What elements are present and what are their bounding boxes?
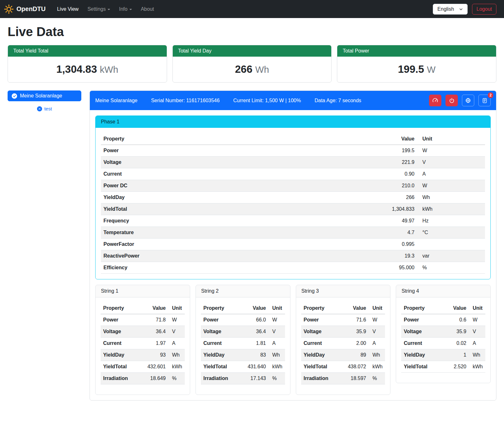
property-cell: YieldDay — [301, 349, 345, 361]
property-cell: Irradiation — [301, 373, 345, 384]
string-table: Property Value Unit — [301, 302, 385, 384]
column-header-property: Property — [301, 302, 345, 314]
summary-card-body: 266Wh — [173, 57, 332, 82]
table-row: Power 66.0 W — [201, 314, 285, 326]
unit-cell: Hz — [417, 215, 485, 227]
unit-cell: A — [369, 338, 385, 349]
chevron-down-icon — [459, 7, 463, 11]
nav-item-live-view[interactable]: Live View — [53, 4, 83, 15]
value-cell: 71.8 — [145, 314, 168, 326]
column-header-value: Value — [245, 302, 269, 314]
brand-link[interactable]: OpenDTU — [4, 4, 46, 14]
property-cell: YieldDay — [101, 192, 379, 203]
value-cell: 93 — [145, 349, 168, 361]
unit-cell: V — [269, 326, 285, 338]
column-header-property: Property — [401, 302, 446, 314]
language-select[interactable]: English — [433, 4, 468, 15]
table-row: Current 0.90 A — [101, 168, 485, 180]
table-row: Power 71.8 W — [101, 314, 185, 326]
table-row: YieldTotal 431.640 kWh — [201, 361, 285, 373]
inverter-limit: Current Limit: 1,500 W | 100% — [233, 98, 301, 103]
unit-cell: A — [269, 338, 285, 349]
unit-cell: kWh — [417, 203, 485, 215]
event-log-button[interactable]: 2 — [478, 95, 491, 106]
unit-cell: kWh — [269, 361, 285, 373]
sidebar-item-test[interactable]: test — [8, 106, 81, 111]
value-cell: 438.072 — [345, 361, 369, 373]
property-cell: Current — [101, 338, 145, 349]
chevron-down-icon — [108, 9, 110, 10]
brand-label: OpenDTU — [16, 5, 46, 13]
unit-cell: A — [168, 338, 185, 349]
value-cell: 4.7 — [379, 227, 417, 239]
event-log-icon — [482, 98, 488, 103]
language-value: English — [438, 6, 454, 12]
table-row: Current 0.02 A — [401, 338, 485, 349]
sun-icon — [4, 4, 14, 14]
property-cell: YieldDay — [401, 349, 446, 361]
property-cell: Voltage — [101, 326, 145, 338]
column-header-property: Property — [101, 133, 379, 145]
value-cell: 431.640 — [245, 361, 269, 373]
value-cell: 49.97 — [379, 215, 417, 227]
table-row: YieldDay 83 Wh — [201, 349, 285, 361]
table-row: YieldTotal 432.601 kWh — [101, 361, 185, 373]
summary-card-title: Total Power — [337, 45, 496, 57]
table-row: Frequency 49.97 Hz — [101, 215, 485, 227]
nav-item-settings[interactable]: Settings — [83, 4, 115, 15]
logout-button[interactable]: Logout — [472, 4, 496, 15]
string-title: String 3 — [296, 285, 390, 297]
property-cell: Power — [301, 314, 345, 326]
power-toggle-button[interactable] — [445, 95, 458, 106]
table-row: YieldDay 89 Wh — [301, 349, 385, 361]
string-card-2: String 2 Property Value Unit — [196, 285, 290, 395]
property-cell: Frequency — [101, 215, 379, 227]
table-row: ReactivePower 19.3 var — [101, 250, 485, 262]
sidebar-item-meine-solaranlage[interactable]: Meine Solaranlage — [8, 90, 81, 101]
limit-gauge-icon — [432, 97, 438, 103]
unit-cell: % — [168, 373, 185, 384]
value-cell: 35.9 — [446, 326, 469, 338]
value-cell: 66.0 — [245, 314, 269, 326]
summary-card-total-power: Total Power 199.5W — [337, 45, 496, 83]
value-cell: 89 — [345, 349, 369, 361]
nav-item-label: Settings — [87, 6, 106, 12]
property-cell: Power — [101, 314, 145, 326]
table-row: Irradiation 17.143 % — [201, 373, 285, 384]
phase-body: Property Value Unit Power — [96, 128, 490, 279]
nav-item-info[interactable]: Info — [115, 4, 136, 15]
table-row: YieldTotal 438.072 kWh — [301, 361, 385, 373]
unit-cell: V — [168, 326, 185, 338]
column-header-unit: Unit — [168, 302, 185, 314]
table-row: PowerFactor 0.995 — [101, 239, 485, 250]
table-row: Power DC 210.0 W — [101, 180, 485, 192]
unit-cell: kWh — [469, 361, 485, 373]
limit-settings-button[interactable] — [429, 95, 441, 106]
column-header-unit: Unit — [369, 302, 385, 314]
nav-item-about[interactable]: About — [136, 4, 159, 15]
property-cell: Current — [301, 338, 345, 349]
unit-cell: Wh — [369, 349, 385, 361]
value-cell: 1,304.833 — [379, 203, 417, 215]
summary-card-title: Total Yield Total — [8, 45, 167, 57]
summary-unit: Wh — [255, 65, 269, 75]
property-cell: YieldTotal — [201, 361, 245, 373]
page: OpenDTU Live View Settings Info About En… — [0, 0, 504, 430]
unit-cell: V — [369, 326, 385, 338]
unit-cell: °C — [417, 227, 485, 239]
inverter-panel-body: Phase 1 Property Value Unit — [90, 110, 496, 400]
device-info-button[interactable] — [462, 95, 474, 106]
inverter-data-age: Data Age: 7 seconds — [314, 98, 361, 103]
column-header-unit: Unit — [417, 133, 485, 145]
table-header-row: Property Value Unit — [401, 302, 485, 314]
table-row: Current 2.00 A — [301, 338, 385, 349]
table-row: Voltage 35.9 V — [301, 326, 385, 338]
table-row: YieldTotal 1,304.833 kWh — [101, 203, 485, 215]
property-cell: YieldDay — [101, 349, 145, 361]
value-cell: 19.3 — [379, 250, 417, 262]
property-cell: ReactivePower — [101, 250, 379, 262]
page-title: Live Data — [8, 25, 496, 39]
value-cell: 18.597 — [345, 373, 369, 384]
value-cell: 2.520 — [446, 361, 469, 373]
phase-title: Phase 1 — [96, 116, 490, 128]
